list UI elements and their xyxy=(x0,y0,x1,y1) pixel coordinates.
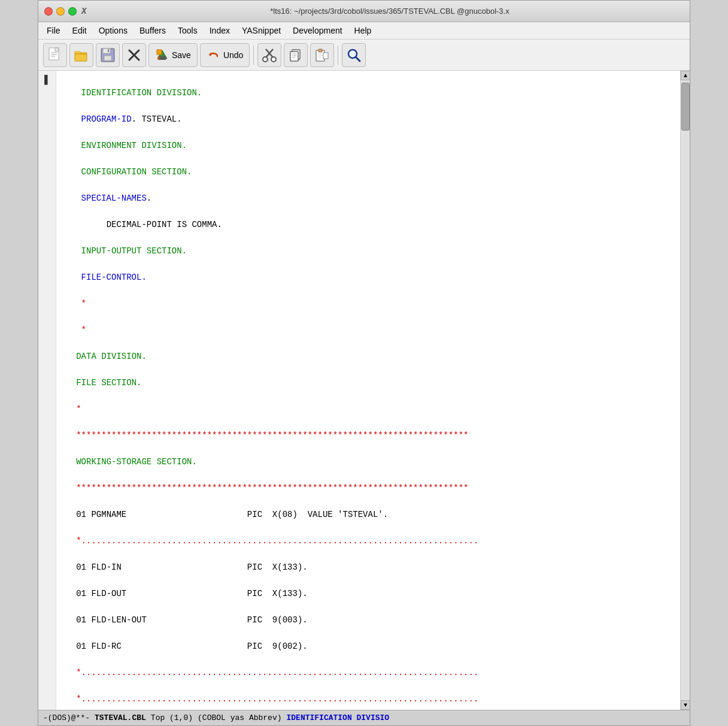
traffic-lights xyxy=(44,7,77,16)
status-lang: (COBOL yas Abbrev) xyxy=(198,713,281,722)
main-window: X *lts16: ~/projects/3rd/cobol/issues/36… xyxy=(38,0,690,726)
copy-button[interactable] xyxy=(284,43,308,67)
svg-point-36 xyxy=(350,51,356,57)
code-line-6: DECIMAL-POINT IS COMMA. xyxy=(61,218,675,231)
undo-button[interactable]: Undo xyxy=(200,43,250,67)
code-line-1: IDENTIFICATION DIVISION. xyxy=(61,86,675,99)
code-line-2: PROGRAM-ID. TSTEVAL. xyxy=(61,113,675,126)
open-button[interactable] xyxy=(69,43,93,67)
copy-icon xyxy=(287,47,304,63)
svg-rect-2 xyxy=(55,48,59,52)
svg-point-22 xyxy=(271,57,276,62)
scroll-down-button[interactable]: ▼ xyxy=(681,700,690,710)
menu-index[interactable]: Index xyxy=(204,23,236,38)
code-line-7: INPUT-OUTPUT SECTION. xyxy=(61,244,675,258)
code-line-14: ****************************************… xyxy=(61,429,675,442)
maximize-window-button[interactable] xyxy=(68,7,77,16)
svg-rect-16 xyxy=(157,50,162,55)
save-disk-icon xyxy=(99,47,116,63)
status-bar: -(DOS)@**- TSTEVAL.CBL Top (1,0) (COBOL … xyxy=(38,710,690,725)
editor-area: ▋ IDENTIFICATION DIVISION. PROGRAM-ID. T… xyxy=(38,71,690,710)
svg-rect-6 xyxy=(75,54,87,61)
save-label: Save xyxy=(172,50,191,60)
menu-file[interactable]: File xyxy=(41,23,66,38)
code-line-22: 01 FLD-RC PIC 9(002). xyxy=(61,640,675,653)
svg-rect-11 xyxy=(108,49,109,52)
code-line-8: FILE-CONTROL. xyxy=(61,271,675,284)
open-icon xyxy=(73,47,90,63)
code-line-5: SPECIAL-NAMES. xyxy=(61,192,675,205)
toolbar-separator-2 xyxy=(338,46,338,65)
save-disk-button[interactable] xyxy=(96,43,120,67)
code-line-3: ENVIRONMENT DIVISION. xyxy=(61,139,675,152)
code-line-9: * xyxy=(61,297,675,310)
code-line-17: 01 PGMNAME PIC X(08) VALUE 'TSTEVAL'. xyxy=(61,508,675,521)
code-line-11: DATA DIVISION. xyxy=(61,350,675,363)
status-context: IDENTIFICATION DIVISIO xyxy=(287,713,390,722)
code-line-18: *.......................................… xyxy=(61,534,675,547)
svg-point-21 xyxy=(263,57,268,62)
window-title: *lts16: ~/projects/3rd/cobol/issues/365/… xyxy=(96,7,684,16)
search-button[interactable] xyxy=(342,43,366,67)
new-icon xyxy=(47,47,63,63)
menu-edit[interactable]: Edit xyxy=(66,23,93,38)
svg-rect-24 xyxy=(290,52,298,61)
menu-buffers[interactable]: Buffers xyxy=(134,23,172,38)
code-line-20: 01 FLD-OUT PIC X(133). xyxy=(61,587,675,600)
code-line-13: * xyxy=(61,403,675,416)
svg-text:⬇: ⬇ xyxy=(156,55,161,61)
search-icon xyxy=(345,47,362,63)
undo-icon xyxy=(207,48,221,62)
cut-icon xyxy=(261,47,278,63)
svg-rect-30 xyxy=(323,53,328,59)
svg-line-35 xyxy=(356,57,360,61)
menu-development[interactable]: Development xyxy=(287,23,348,38)
code-line-10: * xyxy=(61,323,675,337)
menu-bar: File Edit Options Buffers Tools Index YA… xyxy=(38,22,690,40)
code-line-12: FILE SECTION. xyxy=(61,376,675,389)
vertical-scrollbar[interactable]: ▲ ▼ xyxy=(680,71,690,710)
scroll-thumb[interactable] xyxy=(681,83,690,131)
scroll-up-button[interactable]: ▲ xyxy=(681,71,690,80)
svg-rect-29 xyxy=(318,49,322,52)
code-line-23: *.......................................… xyxy=(61,666,675,679)
app-icon: X xyxy=(81,7,91,16)
new-button[interactable] xyxy=(43,43,67,67)
title-bar: X *lts16: ~/projects/3rd/cobol/issues/36… xyxy=(38,1,690,22)
line-gutter: ▋ xyxy=(38,71,56,710)
paste-button[interactable] xyxy=(310,43,334,67)
code-line-16: ****************************************… xyxy=(61,482,675,495)
status-mode: -(DOS)@**- xyxy=(43,713,90,722)
close-file-icon xyxy=(126,47,142,63)
cut-button[interactable] xyxy=(257,43,281,67)
svg-rect-7 xyxy=(75,52,80,53)
menu-help[interactable]: Help xyxy=(348,23,378,38)
code-editor[interactable]: IDENTIFICATION DIVISION. PROGRAM-ID. TST… xyxy=(56,71,680,710)
close-window-button[interactable] xyxy=(44,7,53,16)
toolbar: ⬇ Save Undo xyxy=(38,40,690,71)
paste-icon xyxy=(314,47,330,63)
svg-rect-9 xyxy=(103,49,110,53)
save-button[interactable]: ⬇ Save xyxy=(148,43,198,67)
code-line-24: *.......................................… xyxy=(61,692,675,706)
code-line-15: WORKING-STORAGE SECTION. xyxy=(61,455,675,468)
menu-options[interactable]: Options xyxy=(93,23,134,38)
menu-yasnippet[interactable]: YASnippet xyxy=(236,23,287,38)
close-file-button[interactable] xyxy=(122,43,146,67)
minimize-window-button[interactable] xyxy=(56,7,65,16)
status-position: Top (1,0) xyxy=(151,713,193,722)
svg-rect-10 xyxy=(104,56,111,60)
undo-label: Undo xyxy=(223,50,243,60)
save-icon: ⬇ xyxy=(155,48,169,62)
toolbar-separator-1 xyxy=(253,46,254,65)
code-line-21: 01 FLD-LEN-OUT PIC 9(003). xyxy=(61,613,675,627)
status-filename: TSTEVAL.CBL xyxy=(95,713,146,722)
gutter-marker: ▋ xyxy=(44,73,49,86)
menu-tools[interactable]: Tools xyxy=(172,23,204,38)
code-line-4: CONFIGURATION SECTION. xyxy=(61,165,675,179)
code-line-19: 01 FLD-IN PIC X(133). xyxy=(61,561,675,574)
